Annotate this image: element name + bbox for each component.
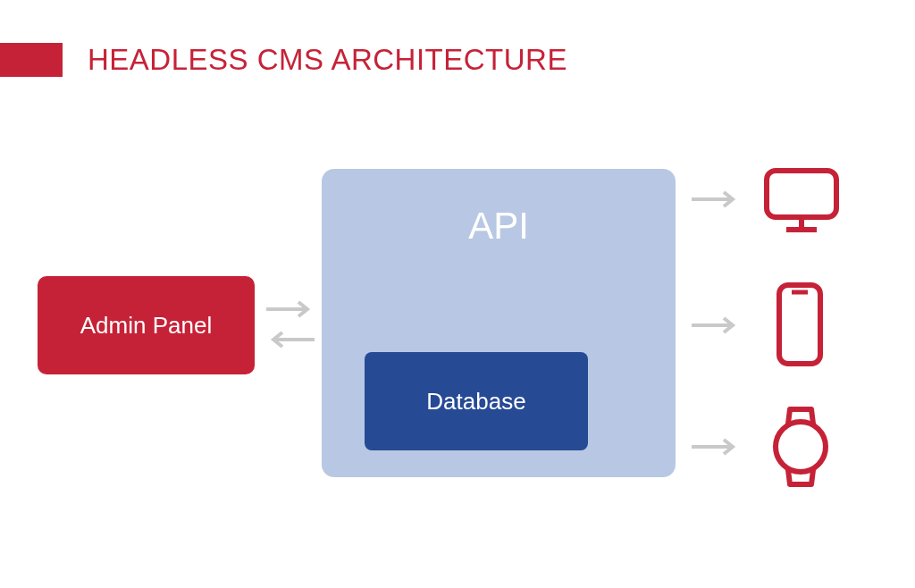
- accent-bar: [0, 43, 63, 77]
- page-title: HEADLESS CMS ARCHITECTURE: [88, 43, 567, 77]
- svg-point-10: [776, 422, 826, 472]
- database-box: Database: [365, 352, 588, 450]
- desktop-icon: [761, 165, 842, 237]
- api-label: API: [468, 205, 529, 248]
- svg-rect-5: [767, 171, 836, 217]
- arrow-to-desktop: [690, 190, 742, 208]
- arrow-to-watch: [690, 438, 742, 456]
- svg-rect-8: [779, 285, 820, 364]
- smartwatch-icon: [770, 402, 831, 491]
- arrow-api-to-admin: [264, 331, 316, 349]
- api-box: API Database: [322, 169, 676, 477]
- page-header: HEADLESS CMS ARCHITECTURE: [0, 43, 567, 77]
- mobile-icon: [774, 280, 826, 369]
- arrow-admin-to-api: [264, 300, 316, 318]
- database-label: Database: [426, 388, 525, 416]
- admin-panel-label: Admin Panel: [80, 312, 212, 340]
- arrow-to-mobile: [690, 316, 742, 334]
- admin-panel-box: Admin Panel: [38, 276, 255, 374]
